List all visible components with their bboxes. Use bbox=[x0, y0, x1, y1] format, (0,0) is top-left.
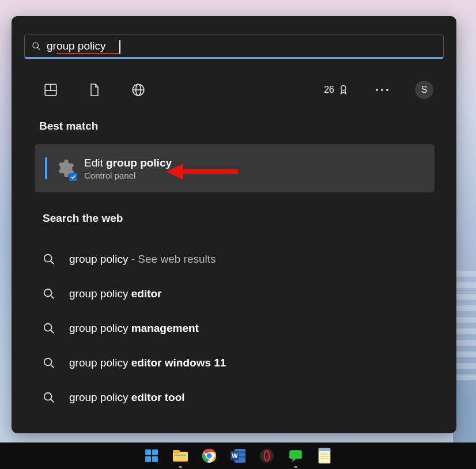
filter-documents-icon[interactable] bbox=[84, 80, 105, 100]
taskbar-opera-icon[interactable] bbox=[258, 447, 275, 464]
svg-line-20 bbox=[51, 399, 54, 403]
avatar-initial: S bbox=[421, 85, 428, 95]
svg-point-17 bbox=[44, 358, 52, 366]
more-options-icon[interactable] bbox=[372, 89, 392, 91]
svg-line-16 bbox=[51, 330, 54, 334]
svg-rect-24 bbox=[152, 456, 158, 462]
web-result-item[interactable]: group policy editor bbox=[43, 277, 429, 311]
taskbar-chat-icon[interactable] bbox=[287, 447, 304, 464]
svg-point-37 bbox=[265, 451, 269, 460]
web-result-item[interactable]: group policy management bbox=[43, 311, 429, 346]
taskbar-chrome-icon[interactable] bbox=[201, 447, 218, 464]
svg-point-15 bbox=[44, 324, 52, 331]
best-match-text: Edit group policy Control panel bbox=[84, 157, 172, 180]
svg-point-11 bbox=[44, 255, 52, 262]
web-result-item[interactable]: group policy - See web results bbox=[43, 242, 429, 277]
wallpaper-right-strip bbox=[453, 0, 476, 444]
search-icon bbox=[43, 391, 55, 404]
search-icon bbox=[43, 288, 55, 300]
svg-line-18 bbox=[51, 365, 54, 368]
text-caret bbox=[119, 40, 120, 54]
best-match-result[interactable]: Edit group policy Control panel bbox=[35, 144, 435, 192]
svg-point-19 bbox=[44, 393, 52, 400]
taskbar-start-icon[interactable] bbox=[143, 447, 160, 464]
search-icon bbox=[43, 357, 55, 369]
svg-rect-27 bbox=[175, 455, 186, 456]
web-result-text: group policy management bbox=[69, 322, 199, 335]
best-match-subtitle: Control panel bbox=[84, 171, 172, 180]
web-result-text: group policy editor tool bbox=[69, 391, 185, 404]
rewards-medal-icon bbox=[338, 83, 349, 97]
best-match-heading: Best match bbox=[39, 120, 98, 133]
web-result-text: group policy editor windows 11 bbox=[69, 357, 226, 369]
svg-line-12 bbox=[51, 261, 54, 264]
web-result-item[interactable]: group policy editor windows 11 bbox=[43, 346, 429, 380]
svg-point-8 bbox=[341, 86, 346, 90]
verified-check-icon bbox=[69, 173, 77, 181]
taskbar: W bbox=[0, 442, 476, 469]
web-result-text: group policy - See web results bbox=[69, 253, 216, 266]
filter-apps-icon[interactable] bbox=[40, 80, 61, 100]
search-box[interactable] bbox=[24, 35, 444, 59]
search-web-heading: Search the web bbox=[43, 212, 123, 225]
svg-point-0 bbox=[33, 43, 38, 48]
taskbar-notepad-icon[interactable] bbox=[316, 447, 333, 464]
search-icon bbox=[43, 322, 55, 335]
best-match-title: Edit group policy bbox=[84, 157, 172, 169]
spellcheck-underline bbox=[56, 53, 119, 54]
rewards-count: 26 bbox=[324, 85, 334, 95]
rewards-points[interactable]: 26 bbox=[324, 83, 349, 97]
start-search-panel: 26 S Best match Edit group policy Contro… bbox=[12, 16, 456, 433]
web-result-item[interactable]: group policy editor tool bbox=[43, 380, 429, 415]
search-icon bbox=[32, 41, 41, 51]
svg-text:W: W bbox=[232, 452, 238, 459]
svg-rect-40 bbox=[319, 448, 330, 451]
svg-rect-22 bbox=[152, 449, 158, 455]
selection-accent bbox=[45, 157, 47, 179]
web-results-list: group policy - See web results group pol… bbox=[43, 242, 429, 415]
user-avatar[interactable]: S bbox=[415, 81, 433, 99]
gear-icon bbox=[54, 158, 75, 179]
svg-point-13 bbox=[44, 289, 52, 297]
web-result-text: group policy editor bbox=[69, 288, 162, 300]
search-icon bbox=[43, 253, 55, 266]
filter-web-icon[interactable] bbox=[128, 80, 149, 100]
taskbar-explorer-icon[interactable] bbox=[172, 447, 189, 464]
svg-point-30 bbox=[206, 453, 211, 458]
taskbar-word-icon[interactable]: W bbox=[229, 447, 247, 464]
svg-line-1 bbox=[37, 47, 40, 50]
filter-bar: 26 S bbox=[40, 78, 433, 101]
search-input[interactable] bbox=[47, 40, 436, 52]
svg-rect-21 bbox=[145, 449, 151, 455]
svg-line-14 bbox=[51, 296, 54, 299]
svg-rect-23 bbox=[145, 456, 151, 462]
svg-rect-38 bbox=[289, 450, 302, 459]
svg-rect-26 bbox=[173, 450, 180, 453]
